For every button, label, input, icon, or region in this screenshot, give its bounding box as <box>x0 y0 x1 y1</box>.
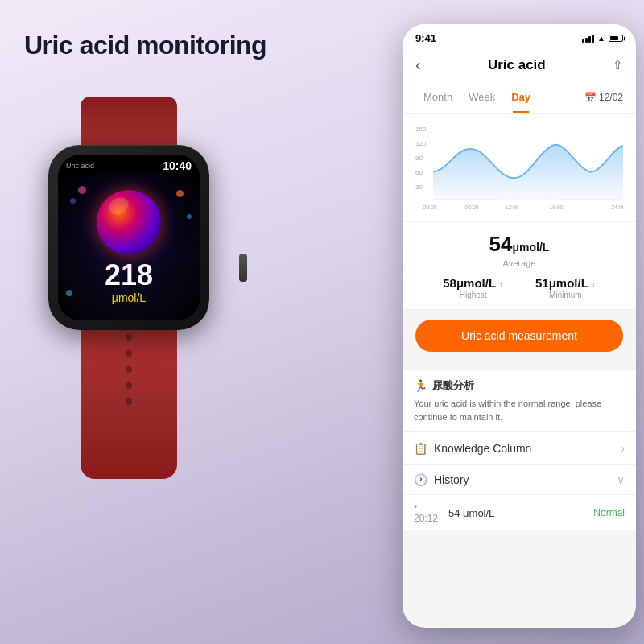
tab-week[interactable]: Week <box>460 88 503 106</box>
analysis-text: Your uric acid is within the normal rang… <box>414 397 625 423</box>
particle-2 <box>70 198 76 204</box>
app-header: ‹ Uric acid ⇧ <box>402 49 636 81</box>
tab-date: 📅 12/02 <box>584 92 623 103</box>
svg-text:60: 60 <box>415 169 423 176</box>
battery-icon <box>609 35 623 42</box>
analysis-header: 🏃 尿酸分析 <box>414 378 625 393</box>
highest-label: Highest <box>443 291 503 299</box>
history-time: • 20:12 <box>414 502 442 524</box>
calendar-icon: 📅 <box>584 92 597 103</box>
signal-bars <box>582 35 594 43</box>
signal-bar-2 <box>585 38 588 43</box>
svg-text:00:00: 00:00 <box>423 204 437 210</box>
analysis-icon: 🏃 <box>414 379 427 392</box>
particle-4 <box>187 214 192 219</box>
sub-stats: 58μmol/L ↑ Highest 51μmol/L ↓ Minimum <box>415 276 623 299</box>
history-value: 54 μmol/L <box>448 507 587 519</box>
tab-month[interactable]: Month <box>415 88 460 106</box>
watch-header: Uric acid 10:40 <box>58 155 200 174</box>
watch-body: Uric acid 10:40 218 μmol/L <box>48 145 209 330</box>
history-chevron: ∨ <box>617 473 625 486</box>
phone-mockup: 9:41 ▲ ‹ Uric acid ⇧ Month Week Day 📅 12… <box>402 24 636 628</box>
minimum-stat: 51μmol/L ↓ Minimum <box>535 276 596 299</box>
history-row[interactable]: 🕐 History ∨ <box>402 464 636 494</box>
highest-stat: 58μmol/L ↑ Highest <box>443 276 503 299</box>
band-hole-2 <box>126 350 132 357</box>
svg-text:18:00: 18:00 <box>549 204 564 210</box>
signal-bar-4 <box>592 35 594 43</box>
main-label: Average <box>415 258 623 268</box>
watch-value: 218 <box>105 261 153 290</box>
svg-text:06:00: 06:00 <box>464 204 479 210</box>
watch-crown <box>239 254 247 282</box>
analysis-title: 尿酸分析 <box>432 378 474 393</box>
knowledge-column-row[interactable]: 📋 Knowledge Column › <box>402 431 636 464</box>
svg-text:150: 150 <box>415 126 427 133</box>
particle-5 <box>66 290 72 296</box>
page-title: Uric acid monitoring <box>24 31 266 60</box>
wifi-icon: ▲ <box>597 34 605 43</box>
knowledge-icon: 📋 <box>414 442 427 455</box>
band-hole-3 <box>126 366 132 373</box>
knowledge-label: Knowledge Column <box>434 442 614 455</box>
minimum-label: Minimum <box>535 291 596 299</box>
status-icons: ▲ <box>582 34 623 43</box>
main-value: 54μmol/L <box>415 232 623 257</box>
main-unit: μmol/L <box>513 241 550 254</box>
particle-1 <box>78 186 86 194</box>
watch-label: Uric acid <box>66 162 94 170</box>
svg-text:12:00: 12:00 <box>505 204 519 210</box>
band-bottom <box>80 318 177 479</box>
watch-unit: μmol/L <box>112 291 146 304</box>
tab-day[interactable]: Day <box>503 88 539 106</box>
watch-screen: Uric acid 10:40 218 μmol/L <box>58 155 200 320</box>
minimum-value: 51μmol/L ↓ <box>535 276 596 290</box>
signal-bar-3 <box>588 36 591 43</box>
svg-text:120: 120 <box>415 140 427 147</box>
back-button[interactable]: ‹ <box>415 56 421 74</box>
status-time: 9:41 <box>415 32 436 44</box>
status-bar: 9:41 ▲ <box>402 24 636 49</box>
tabs-bar: Month Week Day 📅 12/02 <box>402 81 636 114</box>
app-title: Uric acid <box>488 57 546 73</box>
watch-display: 218 μmol/L <box>58 174 200 320</box>
history-label: History <box>434 473 610 486</box>
particle-3 <box>176 190 184 197</box>
svg-text:24:00: 24:00 <box>611 204 623 210</box>
band-hole-5 <box>126 398 132 405</box>
knowledge-chevron: › <box>621 442 625 455</box>
watch-time: 10:40 <box>163 159 192 172</box>
signal-bar-1 <box>582 39 584 43</box>
analysis-section: 🏃 尿酸分析 Your uric acid is within the norm… <box>402 369 636 431</box>
highest-number: 58μmol/L <box>443 276 496 290</box>
minimum-arrow: ↓ <box>592 280 596 289</box>
watch-buckle <box>60 501 83 515</box>
svg-text:30: 30 <box>415 184 423 191</box>
chart-area: 150 120 90 60 30 00:00 06:00 12:00 18 <box>402 114 636 222</box>
share-button[interactable]: ⇧ <box>613 58 623 72</box>
svg-text:90: 90 <box>415 155 423 162</box>
battery-fill <box>610 36 618 40</box>
history-entry: • 20:12 54 μmol/L Normal <box>402 494 636 530</box>
highest-arrow: ↑ <box>499 280 503 289</box>
uric-acid-chart: 150 120 90 60 30 00:00 06:00 12:00 18 <box>415 123 623 212</box>
date-value: 12/02 <box>599 92 623 103</box>
measure-button-container: Uric acid measurement <box>402 310 636 365</box>
minimum-number: 51μmol/L <box>535 276 588 290</box>
band-hole-4 <box>126 382 132 389</box>
watch-mockup: Uric acid 10:40 218 μmol/L <box>16 80 290 580</box>
watch-orb <box>97 190 161 254</box>
highest-value: 58μmol/L ↑ <box>443 276 503 290</box>
history-icon: 🕐 <box>414 473 427 486</box>
history-status: Normal <box>593 507 625 518</box>
band-hole-1 <box>126 334 132 341</box>
measure-button[interactable]: Uric acid measurement <box>415 320 623 352</box>
buckle-pin <box>59 507 64 509</box>
main-number: 54 <box>489 232 513 256</box>
stats-section: 54μmol/L Average 58μmol/L ↑ Highest 51μm… <box>402 222 636 310</box>
